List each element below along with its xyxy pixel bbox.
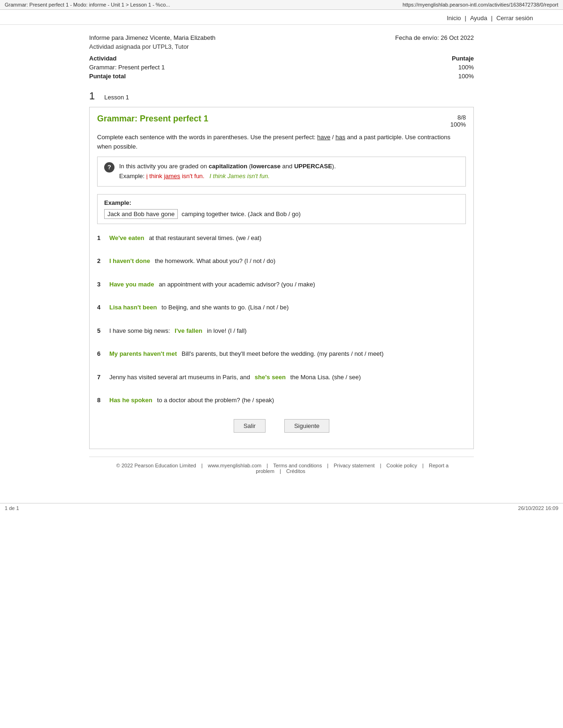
- footer-cookie[interactable]: Cookie policy: [387, 463, 417, 468]
- url-bar: https://myenglishlab.pearson-intl.com/ac…: [403, 2, 558, 8]
- q-answer: she's seen: [255, 373, 286, 382]
- report-header: Informe para Jimenez Vicente, Maria Eliz…: [89, 34, 474, 41]
- list-item: 4 Lisa hasn't been to Beijing, and she w…: [97, 303, 466, 312]
- q-num: 3: [97, 280, 105, 289]
- main-content: Informe para Jimenez Vicente, Maria Eliz…: [70, 25, 493, 498]
- q-num: 5: [97, 326, 105, 336]
- footer-sep4: |: [380, 463, 383, 468]
- page-footer-bar: 1 de 1 26/10/2022 16:09: [0, 503, 563, 513]
- activity-box: Grammar: Present perfect 1 8/8 100% Comp…: [89, 107, 474, 449]
- q-text: Bill's parents, but they'll meet before …: [182, 349, 384, 359]
- q-answer: I haven't done: [109, 256, 150, 266]
- footer-credits[interactable]: Créditos: [286, 468, 305, 474]
- info-icon: ?: [104, 162, 114, 173]
- question-list: 1 We've eaten at that restaurant several…: [97, 233, 466, 405]
- example-wrong: i think james isn't fun.: [146, 173, 205, 180]
- footer-sep6: |: [280, 468, 282, 474]
- activity-title: Grammar: Present perfect 1: [97, 114, 208, 124]
- salir-button[interactable]: Salir: [234, 419, 266, 433]
- q-text: the homework. What about you? (I / not /…: [155, 256, 275, 266]
- asignado-label: Actividad asignada por UTPL3, Tutor: [89, 43, 189, 50]
- nav-inicio[interactable]: Inicio: [447, 15, 461, 22]
- q-text: to a doctor about the problem? (he / spe…: [157, 396, 274, 405]
- example-answer-input: Jack and Bob have gone: [104, 209, 178, 219]
- nav-separator-2: |: [491, 15, 493, 22]
- table-row-total: Puntaje total 100%: [89, 72, 474, 81]
- footer-sep3: |: [327, 463, 330, 468]
- informe-label: Informe para Jimenez Vicente, Maria Eliz…: [89, 34, 215, 41]
- score-box: 8/8 100%: [450, 114, 466, 128]
- q-answer: Lisa hasn't been: [109, 303, 157, 312]
- fecha-label: Fecha de envío: 26 Oct 2022: [395, 34, 474, 41]
- q-answer: We've eaten: [109, 233, 144, 243]
- list-item: 6 My parents haven't met Bill's parents,…: [97, 349, 466, 359]
- footer-terms[interactable]: Terms and conditions: [273, 463, 322, 468]
- example-correct: I think James isn't fun.: [210, 173, 270, 180]
- score-percent: 100%: [450, 121, 466, 128]
- nav-separator-1: |: [465, 15, 466, 22]
- lesson-section: 1 Lesson 1 Grammar: Present perfect 1 8/…: [89, 90, 474, 449]
- q-answer: Has he spoken: [109, 396, 152, 405]
- nav-ayuda[interactable]: Ayuda: [470, 15, 487, 22]
- footer-sep2: |: [266, 463, 269, 468]
- q-text: to Beijing, and she wants to go. (Lisa /…: [161, 303, 289, 312]
- browser-bar: Grammar: Present perfect 1 - Modo: infor…: [0, 0, 563, 10]
- example-answer-row: Jack and Bob have gone camping together …: [104, 209, 459, 219]
- lesson-number: 1: [89, 90, 95, 102]
- q-answer: Have you made: [109, 280, 154, 289]
- q-text: at that restaurant several times. (we / …: [149, 233, 261, 243]
- total-score-cell: 100%: [387, 72, 474, 81]
- q-text: in love! (I / fall): [207, 326, 247, 336]
- nav-cerrar-sesion[interactable]: Cerrar sesión: [496, 15, 533, 22]
- instructions-text: Complete each sentence with the words in…: [97, 134, 450, 150]
- siguiente-button[interactable]: Siguiente: [284, 419, 329, 433]
- q-num: 4: [97, 303, 105, 312]
- table-row: Grammar: Present perfect 1 100%: [89, 63, 474, 72]
- nav-bar: Inicio | Ayuda | Cerrar sesión: [0, 10, 563, 25]
- q-num: 8: [97, 396, 105, 405]
- lesson-number-row: 1 Lesson 1: [89, 90, 474, 102]
- page-datetime: 26/10/2022 16:09: [518, 505, 558, 511]
- activity-score-cell: 100%: [387, 63, 474, 72]
- info-cap-label: In this activity you are graded on capit…: [119, 163, 336, 170]
- actividad-col-header: Actividad: [89, 54, 387, 63]
- list-item: 2 I haven't done the homework. What abou…: [97, 256, 466, 266]
- lesson-label: Lesson 1: [104, 94, 129, 101]
- list-item: 3 Have you made an appointment with your…: [97, 280, 466, 289]
- footer-sep1: |: [201, 463, 204, 468]
- q-answer: My parents haven't met: [109, 349, 177, 359]
- footer-sep5: |: [422, 463, 425, 468]
- activity-name-cell: Grammar: Present perfect 1: [89, 63, 387, 72]
- example-box: Example: Jack and Bob have gone camping …: [97, 194, 466, 224]
- list-item: 8 Has he spoken to a doctor about the pr…: [97, 396, 466, 405]
- instructions: Complete each sentence with the words in…: [97, 133, 466, 151]
- q-text: the Mona Lisa. (she / see): [290, 373, 361, 382]
- footer-privacy[interactable]: Privacy statement: [334, 463, 374, 468]
- example-rest-text: camping together twice. (Jack and Bob / …: [182, 210, 301, 218]
- q-text-prefix: I have some big news:: [109, 326, 170, 336]
- footer: © 2022 Pearson Education Limited | www.m…: [89, 457, 474, 480]
- score-table: Actividad Puntaje Grammar: Present perfe…: [89, 54, 474, 81]
- page-pages: 1 de 1: [5, 505, 19, 511]
- total-label-cell: Puntaje total: [89, 72, 387, 81]
- q-num: 1: [97, 233, 105, 243]
- tab-title: Grammar: Present perfect 1 - Modo: infor…: [5, 2, 170, 8]
- puntaje-col-header: Puntaje: [387, 54, 474, 63]
- q-num: 2: [97, 256, 105, 266]
- list-item: 5 I have some big news: I've fallen in l…: [97, 326, 466, 336]
- q-answer: I've fallen: [175, 326, 202, 336]
- q-num: 7: [97, 373, 105, 382]
- assigned-by: Actividad asignada por UTPL3, Tutor: [89, 43, 474, 50]
- footer-site: www.myenglishlab.com: [208, 463, 261, 468]
- q-text: an appointment with your academic adviso…: [159, 280, 315, 289]
- footer-copyright: © 2022 Pearson Education Limited: [116, 463, 196, 468]
- list-item: 1 We've eaten at that restaurant several…: [97, 233, 466, 243]
- info-box: ? In this activity you are graded on cap…: [97, 157, 466, 187]
- list-item: 7 Jenny has visited several art museums …: [97, 373, 466, 382]
- score-fraction: 8/8: [450, 114, 466, 121]
- example-label: Example:: [104, 199, 459, 206]
- q-text-prefix: Jenny has visited several art museums in…: [109, 373, 250, 382]
- info-text: In this activity you are graded on capit…: [119, 162, 336, 181]
- q-num: 6: [97, 349, 105, 359]
- info-example: Example: i think james isn't fun. I thin…: [119, 173, 270, 180]
